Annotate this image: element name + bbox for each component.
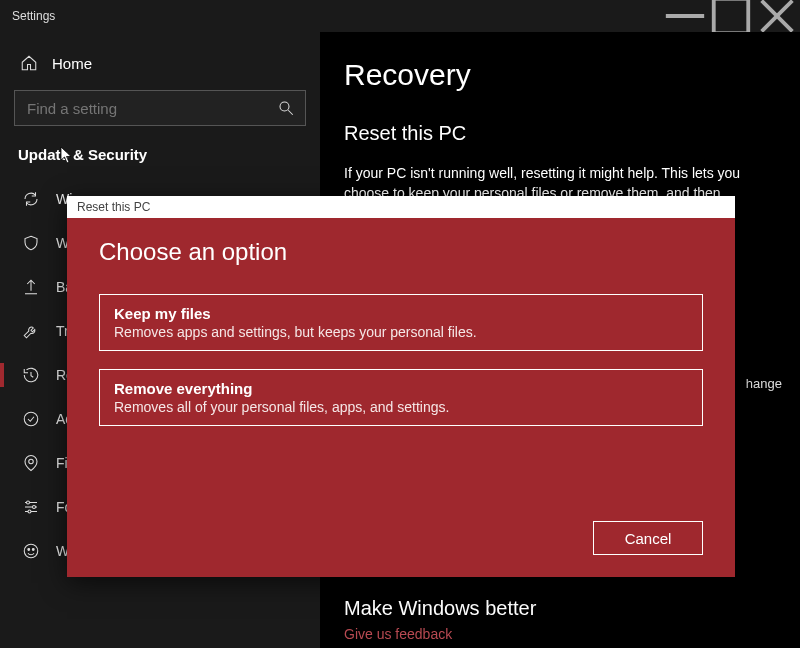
dialog-heading: Choose an option xyxy=(99,238,703,266)
partial-text-change: hange xyxy=(746,376,782,391)
option-description: Removes apps and settings, but keeps you… xyxy=(114,324,688,340)
home-icon xyxy=(20,54,38,72)
home-button[interactable]: Home xyxy=(14,46,306,90)
footer-heading: Make Windows better xyxy=(344,597,536,620)
window-titlebar: Settings xyxy=(0,0,800,32)
svg-point-16 xyxy=(32,549,34,551)
option-title: Keep my files xyxy=(114,305,688,322)
svg-point-11 xyxy=(27,501,30,504)
upload-icon xyxy=(22,278,40,296)
svg-rect-1 xyxy=(714,0,749,33)
insider-icon xyxy=(22,542,40,560)
option-remove-everything[interactable]: Remove everything Removes all of your pe… xyxy=(99,369,703,426)
svg-point-13 xyxy=(28,510,31,513)
find-icon xyxy=(22,454,40,472)
wrench-icon xyxy=(22,322,40,340)
reset-pc-dialog: Reset this PC Choose an option Keep my f… xyxy=(67,196,735,577)
option-title: Remove everything xyxy=(114,380,688,397)
cancel-button[interactable]: Cancel xyxy=(593,521,703,555)
svg-line-5 xyxy=(288,110,293,115)
svg-point-4 xyxy=(280,102,289,111)
svg-point-12 xyxy=(33,506,36,509)
home-label: Home xyxy=(52,55,92,72)
svg-point-7 xyxy=(29,459,34,464)
check-icon xyxy=(22,410,40,428)
search-icon xyxy=(277,99,295,117)
sync-icon xyxy=(22,190,40,208)
app-title: Settings xyxy=(12,9,55,23)
section-heading: Update & Security xyxy=(14,144,306,177)
dialog-titlebar: Reset this PC xyxy=(67,196,735,218)
feedback-link[interactable]: Give us feedback xyxy=(344,626,536,642)
minimize-button[interactable] xyxy=(662,0,708,32)
search-box[interactable] xyxy=(14,90,306,126)
shield-icon xyxy=(22,234,40,252)
sliders-icon xyxy=(22,498,40,516)
option-description: Removes all of your personal files, apps… xyxy=(114,399,688,415)
svg-point-6 xyxy=(24,412,38,426)
option-keep-my-files[interactable]: Keep my files Removes apps and settings,… xyxy=(99,294,703,351)
svg-point-15 xyxy=(28,549,30,551)
page-title: Recovery xyxy=(344,58,770,92)
svg-point-14 xyxy=(24,544,38,558)
search-input[interactable] xyxy=(25,99,277,118)
maximize-button[interactable] xyxy=(708,0,754,32)
section-subheading: Reset this PC xyxy=(344,122,770,145)
close-button[interactable] xyxy=(754,0,800,32)
history-icon xyxy=(22,366,40,384)
